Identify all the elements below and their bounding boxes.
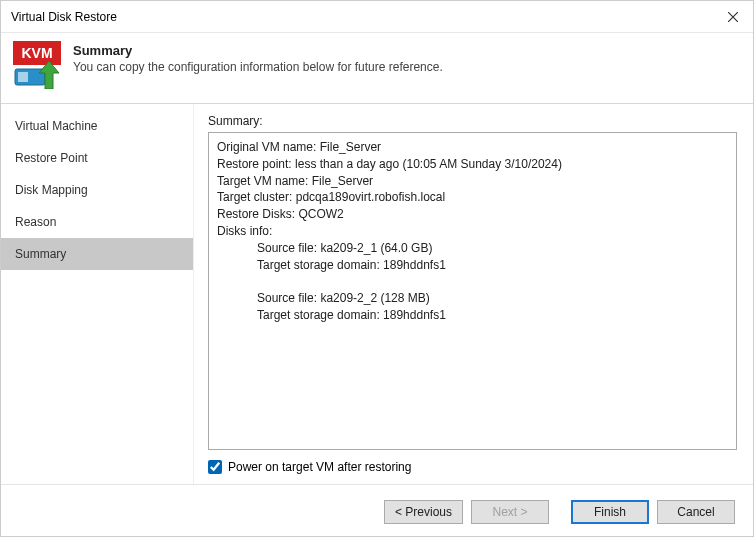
header-subtitle: You can copy the configuration informati… (73, 60, 443, 74)
summary-line: Original VM name: File_Server (217, 139, 728, 156)
summary-line (217, 273, 728, 290)
summary-line: Target storage domain: 189hddnfs1 (217, 257, 728, 274)
svg-text:KVM: KVM (21, 45, 52, 61)
header-title: Summary (73, 43, 443, 58)
window-title: Virtual Disk Restore (11, 10, 117, 24)
footer: < Previous Next > Finish Cancel (1, 484, 753, 537)
close-button[interactable] (713, 1, 753, 33)
main-panel: Summary: Original VM name: File_Server R… (194, 104, 753, 484)
power-on-label: Power on target VM after restoring (228, 460, 411, 474)
summary-line: Source file: ka209-2_2 (128 MB) (217, 290, 728, 307)
cancel-button[interactable]: Cancel (657, 500, 735, 524)
titlebar: Virtual Disk Restore (1, 1, 753, 33)
previous-button[interactable]: < Previous (384, 500, 463, 524)
summary-line: Target VM name: File_Server (217, 173, 728, 190)
power-on-checkbox[interactable] (208, 460, 222, 474)
sidebar-item-reason[interactable]: Reason (1, 206, 193, 238)
summary-line: Target cluster: pdcqa189ovirt.robofish.l… (217, 189, 728, 206)
sidebar-item-disk-mapping[interactable]: Disk Mapping (1, 174, 193, 206)
sidebar-item-restore-point[interactable]: Restore Point (1, 142, 193, 174)
summary-line: Disks info: (217, 223, 728, 240)
close-icon (728, 12, 738, 22)
svg-rect-3 (18, 72, 28, 82)
summary-textbox[interactable]: Original VM name: File_Server Restore po… (208, 132, 737, 450)
summary-line: Restore point: less than a day ago (10:0… (217, 156, 728, 173)
finish-button[interactable]: Finish (571, 500, 649, 524)
summary-line: Target storage domain: 189hddnfs1 (217, 307, 728, 324)
summary-line: Source file: ka209-2_1 (64.0 GB) (217, 240, 728, 257)
sidebar-item-virtual-machine[interactable]: Virtual Machine (1, 110, 193, 142)
summary-label: Summary: (208, 114, 737, 128)
next-button: Next > (471, 500, 549, 524)
power-on-checkbox-row[interactable]: Power on target VM after restoring (208, 460, 737, 474)
sidebar: Virtual Machine Restore Point Disk Mappi… (1, 104, 194, 484)
header: KVM Summary You can copy the configurati… (1, 33, 753, 104)
sidebar-item-summary[interactable]: Summary (1, 238, 193, 270)
kvm-restore-icon: KVM (13, 41, 61, 89)
summary-line: Restore Disks: QCOW2 (217, 206, 728, 223)
